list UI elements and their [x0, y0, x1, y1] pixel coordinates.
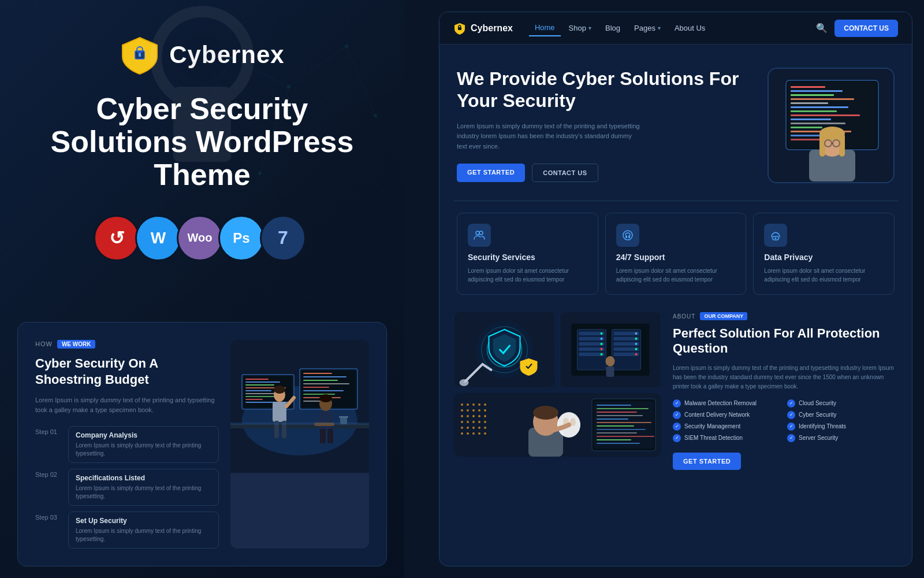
- svg-rect-70: [791, 114, 860, 116]
- feature-item-6: ✓ Identifying Threats: [787, 423, 898, 431]
- nav-link-blog[interactable]: Blog: [599, 20, 626, 36]
- tech-icon-refresh: ↺: [94, 215, 140, 261]
- service-title-3: Data Privacy: [764, 253, 884, 262]
- svg-rect-170: [597, 432, 637, 433]
- svg-rect-28: [245, 396, 277, 397]
- svg-rect-23: [245, 381, 280, 383]
- svg-point-44: [274, 386, 285, 394]
- feature-label-2: Cloud Security: [799, 400, 836, 406]
- nav-contact-button[interactable]: CONTACT US: [834, 20, 898, 37]
- steps-list: Step 01 Company Analysis Lorem Ipsum is …: [35, 426, 219, 549]
- nav-bar: Cybernex Home Shop ▾ Blog Pages ▾ About …: [439, 12, 912, 45]
- svg-rect-55: [230, 423, 369, 425]
- svg-rect-172: [597, 439, 631, 440]
- about-section: ABOUT OUR COMPANY Perfect Solution For A…: [439, 306, 912, 481]
- step-title-1: Company Analysis: [76, 431, 211, 439]
- svg-point-91: [775, 238, 777, 239]
- feature-dot-1: ✓: [673, 399, 681, 407]
- svg-rect-37: [303, 387, 329, 388]
- svg-rect-24: [245, 384, 274, 386]
- we-work-badge: WE WORK: [57, 340, 96, 349]
- contact-us-button[interactable]: CONTACT US: [532, 164, 598, 182]
- service-card-2: 24/7 Support Lorem ipsum dolor sit amet …: [605, 213, 747, 295]
- hero-buttons: GET STARTED CONTACT US: [457, 164, 756, 182]
- search-icon[interactable]: 🔍: [816, 23, 828, 34]
- svg-point-125: [467, 403, 469, 406]
- svg-rect-26: [245, 390, 271, 391]
- svg-point-142: [478, 421, 480, 423]
- svg-point-124: [461, 403, 463, 406]
- nav-brand-text: Cybernex: [471, 23, 513, 34]
- service-card-1: Security Services Lorem ipsum dolor sit …: [457, 213, 598, 295]
- svg-point-139: [461, 421, 463, 423]
- nav-link-pages[interactable]: Pages ▾: [628, 20, 666, 36]
- get-started-button[interactable]: GET STARTED: [457, 164, 525, 182]
- svg-point-121: [606, 356, 615, 366]
- step-item-2: Step 02 Specifications Listed Lorem Ipsu…: [35, 469, 219, 506]
- step-item-3: Step 03 Set Up Security Lorem Ipsum is s…: [35, 512, 219, 549]
- step-text-3: Lorem Ipsum is simply dummy text of the …: [76, 527, 211, 543]
- svg-rect-66: [791, 98, 854, 100]
- svg-point-120: [635, 353, 638, 355]
- svg-point-116: [635, 332, 638, 335]
- service-desc-1: Lorem ipsum dolor sit amet consectetur a…: [468, 266, 587, 284]
- svg-point-85: [476, 231, 479, 235]
- svg-rect-45: [273, 402, 286, 422]
- svg-line-10: [346, 46, 375, 116]
- preview-right-image: [230, 340, 369, 549]
- svg-rect-65: [791, 94, 834, 96]
- nav-logo: Cybernex: [453, 22, 513, 35]
- svg-rect-72: [791, 123, 845, 124]
- svg-line-8: [231, 58, 289, 87]
- svg-point-148: [484, 427, 486, 429]
- how-badge: HOW WE WORK: [35, 340, 219, 349]
- feature-label-8: Server Security: [799, 435, 838, 441]
- svg-rect-69: [791, 110, 837, 112]
- svg-rect-35: [303, 380, 338, 381]
- services-section: Security Services Lorem ipsum dolor sit …: [443, 201, 908, 306]
- svg-rect-67: [791, 102, 828, 104]
- nav-right: 🔍 CONTACT US: [816, 20, 898, 37]
- svg-point-136: [472, 415, 475, 417]
- nav-link-home[interactable]: Home: [529, 20, 561, 36]
- svg-rect-38: [303, 390, 344, 391]
- svg-point-152: [478, 432, 480, 435]
- step-text-1: Lorem Ipsum is simply dummy text of the …: [76, 442, 211, 458]
- nav-link-shop[interactable]: Shop ▾: [563, 20, 597, 36]
- svg-line-9: [289, 46, 346, 87]
- step-item-1: Step 01 Company Analysis Lorem Ipsum is …: [35, 426, 219, 463]
- svg-point-129: [461, 409, 463, 412]
- about-desc: Lorem ipsum is simply dummy text of the …: [673, 364, 898, 391]
- hero-section: We Provide Cyber Solutions For Your Secu…: [439, 45, 912, 201]
- svg-rect-81: [839, 134, 845, 157]
- preview-left: HOW WE WORK Cyber Security On A Shoestri…: [35, 340, 219, 549]
- svg-point-137: [478, 415, 480, 417]
- step-content-3: Set Up Security Lorem Ipsum is simply du…: [68, 512, 219, 549]
- about-get-started-button[interactable]: GET STARTED: [673, 453, 741, 470]
- svg-rect-122: [606, 366, 614, 377]
- feature-dot-3: ✓: [673, 411, 681, 419]
- feature-label-7: SIEM Threat Detection: [684, 435, 743, 441]
- svg-point-130: [467, 409, 469, 412]
- svg-point-135: [467, 415, 469, 417]
- about-label: ABOUT: [673, 313, 695, 320]
- step-title-3: Set Up Security: [76, 517, 211, 525]
- feature-dot-2: ✓: [787, 399, 795, 407]
- svg-point-151: [472, 432, 475, 435]
- svg-rect-34: [303, 376, 346, 377]
- svg-rect-80: [819, 134, 825, 157]
- feature-item-1: ✓ Malware Detection Removal: [673, 399, 784, 407]
- feature-dot-4: ✓: [787, 411, 795, 419]
- svg-rect-71: [791, 118, 831, 120]
- service-icon-2: [616, 224, 639, 247]
- about-badge-text: OUR COMPANY: [700, 312, 747, 320]
- nav-link-about[interactable]: About Us: [669, 20, 711, 36]
- feature-item-3: ✓ Content Delivery Network: [673, 411, 784, 419]
- svg-point-115: [601, 353, 603, 355]
- svg-point-143: [484, 421, 486, 423]
- svg-rect-171: [597, 436, 654, 437]
- svg-rect-88: [625, 235, 627, 238]
- about-img-2: [560, 312, 661, 387]
- svg-rect-168: [597, 425, 634, 427]
- service-card-3: Data Privacy Lorem ipsum dolor sit amet …: [753, 213, 895, 295]
